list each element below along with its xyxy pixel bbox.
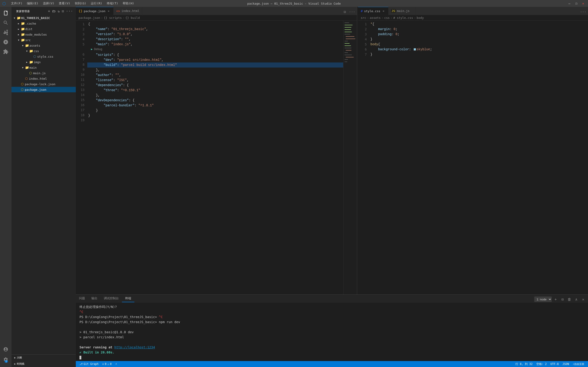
tree-item-imgs[interactable]: ▶ 📁 imgs <box>11 59 76 65</box>
src-folder-icon: 📁 <box>21 38 25 42</box>
panel-tab-problems[interactable]: 问题 <box>76 295 88 302</box>
timeline-header[interactable]: ▶ 时间线 <box>11 361 76 367</box>
activity-settings[interactable]: 1 <box>1 356 10 364</box>
refresh-icon[interactable]: ↻ <box>58 9 60 13</box>
menu-terminal[interactable]: 终端(T) <box>105 1 120 6</box>
tab-style-css-close[interactable]: ✕ <box>382 9 385 13</box>
tree-item-src[interactable]: ▼ 📁 src <box>11 37 76 43</box>
status-language[interactable]: JSON <box>561 362 570 366</box>
breadcrumb-assets[interactable]: assets <box>370 16 381 19</box>
breadcrumb-body[interactable]: body <box>417 16 424 19</box>
status-encoding[interactable]: UTF-8 <box>549 362 560 366</box>
debug-lens[interactable]: ▶ Debug <box>87 47 343 52</box>
right-code-area[interactable]: *{ margin: 0; padding: 0; } body{ backgr… <box>370 21 588 294</box>
status-run-icon[interactable]: ⚡ <box>114 362 118 366</box>
breadcrumb-scripts[interactable]: {} scripts <box>104 16 122 19</box>
breadcrumb-build[interactable]: {} build <box>125 16 140 19</box>
tree-item-main-folder[interactable]: ▼ 📁 main <box>11 65 76 70</box>
code-line-13: "three": "^0.150.1" <box>87 88 343 93</box>
panel-tab-debug-console[interactable]: 调试控制台 <box>101 295 122 302</box>
window-controls: — ❐ ✕ <box>567 1 586 6</box>
breadcrumb-css-folder[interactable]: css <box>384 16 389 19</box>
breadcrumb-package-json[interactable]: package.json <box>79 16 100 19</box>
new-folder-icon[interactable]: 🗁 <box>52 9 56 13</box>
tree-item-dist[interactable]: ▶ 📁 dist <box>11 26 76 32</box>
activity-account[interactable] <box>1 345 10 354</box>
right-tab-actions: ··· <box>580 9 588 15</box>
left-minimap <box>343 21 357 294</box>
minimize-button[interactable]: — <box>567 1 572 6</box>
node-modules-arrow: ▶ <box>17 33 21 36</box>
right-line-numbers: 12345 67 <box>358 21 370 294</box>
svg-rect-18 <box>345 62 347 62</box>
cache-label: .cache <box>25 22 36 25</box>
tree-item-main-js[interactable]: ⬡ main.js <box>11 70 76 76</box>
new-file-icon[interactable]: + <box>48 9 50 13</box>
status-git-branch[interactable]: ⎇ Git Graph <box>79 362 99 366</box>
tab-main-js-icon: JS <box>391 9 396 13</box>
menu-file[interactable]: 文件(F) <box>9 1 24 6</box>
tab-main-js[interactable]: JS main.js <box>389 7 416 15</box>
breadcrumb-style-css[interactable]: # style.css <box>393 16 413 19</box>
tab-style-css-icon: # <box>361 9 363 13</box>
assets-folder-icon: 📁 <box>25 44 29 47</box>
settings-badge: 1 <box>5 360 8 363</box>
tree-item-assets[interactable]: ▼ 📁 assets <box>11 43 76 48</box>
menu-edit[interactable]: 编辑(E) <box>25 1 40 6</box>
tree-item-node-modules[interactable]: ▶ 📁 node_modules <box>11 32 76 37</box>
left-code-area[interactable]: { "name": "01_threejs_basic", "version":… <box>87 21 343 294</box>
split-editor-button[interactable]: ⊟ <box>342 9 348 15</box>
window-title: package.json — 01_threeJS_basic - Visual… <box>247 2 341 5</box>
maximize-button[interactable]: ❐ <box>574 1 579 6</box>
outline-header[interactable]: ▶ 大纲 <box>11 355 76 361</box>
tree-item-package-json[interactable]: ⬡ package.json <box>11 87 76 92</box>
menu-goto[interactable]: 转到(G) <box>73 1 88 6</box>
new-terminal-button[interactable]: + <box>553 296 559 302</box>
tab-package-json[interactable]: {} package.json ✕ <box>76 7 114 15</box>
code-line-9: }, <box>87 67 343 73</box>
menu-help[interactable]: 帮助(H) <box>121 1 136 6</box>
activity-search[interactable] <box>1 18 10 27</box>
activity-source-control[interactable] <box>1 28 10 37</box>
tree-item-css[interactable]: ▼ 📁 css <box>11 48 76 54</box>
warning-icon: ⚠ <box>108 362 109 366</box>
tab-index-html[interactable]: <> index.html <box>114 7 142 15</box>
tree-item-package-lock[interactable]: ⬡ package-lock.json <box>11 81 76 87</box>
panel-up-button[interactable]: ∧ <box>573 296 579 302</box>
status-position[interactable]: 行 8, 列 32 <box>514 362 534 366</box>
outline-section: ▶ 大纲 ▶ 时间线 <box>11 354 76 367</box>
tree-item-cache[interactable]: ▶ 📁 .cache <box>11 21 76 26</box>
close-button[interactable]: ✕ <box>581 1 586 6</box>
terminal-content[interactable]: 终止批处理操作吗(Y/N)? ^C PS D:\CongCong\Project… <box>76 302 588 361</box>
activity-explorer[interactable] <box>1 9 10 17</box>
status-spaces[interactable]: 空格: 2 <box>535 362 548 366</box>
split-terminal-button[interactable]: ⊟ <box>560 296 565 302</box>
panel-actions: 1: node + ⊟ 🗑 ∧ ✕ <box>534 296 588 302</box>
breadcrumb-src[interactable]: src <box>361 16 366 19</box>
tree-item-style-css[interactable]: ⬡ style.css <box>11 54 76 59</box>
tab-package-json-close[interactable]: ✕ <box>107 9 110 13</box>
activity-run-debug[interactable] <box>1 38 10 46</box>
root-arrow: ▼ <box>12 17 17 19</box>
panel-close-button[interactable]: ✕ <box>580 296 586 302</box>
left-line-numbers: 12345 678910 1112131415 16171819 <box>76 21 87 294</box>
more-actions-icon[interactable]: ··· <box>66 9 73 13</box>
menu-view[interactable]: 查看(V) <box>57 1 72 6</box>
svg-rect-10 <box>345 43 350 44</box>
collapse-all-icon[interactable]: ⊟ <box>62 9 64 13</box>
menu-select[interactable]: 选择(V) <box>41 1 56 6</box>
activity-extensions[interactable] <box>1 47 10 56</box>
tree-root[interactable]: ▼ 📁 01_THREEJS_BASIC <box>11 15 76 21</box>
more-actions-button[interactable]: ··· <box>349 9 355 15</box>
menu-run[interactable]: 运行(R) <box>89 1 104 6</box>
tree-item-index-html[interactable]: ⬡ index.html <box>11 76 76 81</box>
tab-style-css[interactable]: # style.css ✕ <box>358 7 389 15</box>
status-errors[interactable]: ✕ 0 ⚠ 0 <box>101 362 113 366</box>
localhost-link[interactable]: http://localhost:1234 <box>114 345 155 349</box>
panel-tab-output[interactable]: 输出 <box>88 295 101 302</box>
css-label: css <box>33 49 39 53</box>
right-more-actions-button[interactable]: ··· <box>580 9 586 15</box>
panel-tab-terminal[interactable]: 终端 <box>122 295 134 302</box>
kill-terminal-button[interactable]: 🗑 <box>566 296 572 302</box>
terminal-selector[interactable]: 1: node <box>534 297 552 302</box>
